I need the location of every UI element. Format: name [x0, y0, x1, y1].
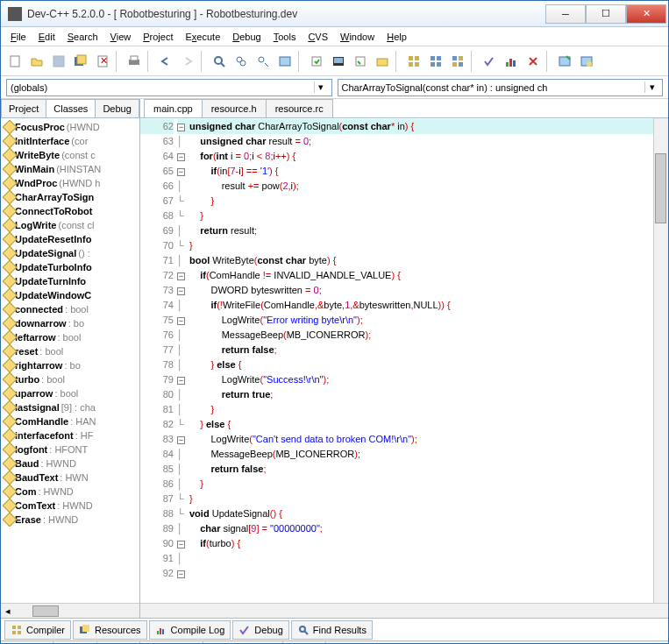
menu-cvs[interactable]: CVS	[302, 29, 334, 45]
compile-run-icon[interactable]	[350, 51, 371, 72]
maximize-button[interactable]: ☐	[586, 4, 626, 24]
svg-rect-26	[437, 62, 441, 67]
class-item[interactable]: Com : HWND	[3, 485, 138, 499]
class-item[interactable]: Baud : HWND	[3, 456, 138, 471]
class-item[interactable]: logfont : HFONT	[3, 442, 138, 456]
svg-rect-33	[513, 60, 516, 67]
svg-rect-44	[160, 628, 161, 634]
class-item[interactable]: interfacefont : HF	[3, 428, 138, 442]
left-tab-project[interactable]: Project	[1, 99, 46, 117]
menu-tools[interactable]: Tools	[267, 29, 302, 45]
file-tab[interactable]: resource.rc	[266, 99, 333, 117]
bottom-tab-compiler[interactable]: Compiler	[4, 620, 71, 640]
menu-edit[interactable]: Edit	[32, 29, 61, 45]
save-icon[interactable]	[48, 51, 69, 72]
options-icon[interactable]	[576, 51, 597, 72]
class-item[interactable]: UpdateTurnInfo	[3, 274, 138, 288]
class-item[interactable]: UpdateResetInfo	[3, 232, 138, 246]
class-list[interactable]: FocusProc (HWNDInitInterface (corWriteBy…	[1, 118, 139, 603]
chevron-down-icon: ▾	[314, 81, 328, 93]
menu-execute[interactable]: Execute	[180, 29, 227, 45]
class-item[interactable]: FocusProc (HWND	[3, 120, 138, 134]
bottom-tab-resources[interactable]: Resources	[73, 620, 147, 640]
bottom-tab-find-results[interactable]: Find Results	[291, 620, 373, 640]
left-tab-debug[interactable]: Debug	[95, 99, 139, 117]
grid1-icon[interactable]	[403, 51, 424, 72]
menu-project[interactable]: Project	[137, 29, 179, 45]
grid3-icon[interactable]	[447, 51, 468, 72]
class-item[interactable]: rightarrow : bo	[3, 358, 138, 372]
svg-rect-25	[431, 62, 435, 67]
code-area[interactable]: 6263646566676869707172737475767778798081…	[140, 118, 668, 603]
class-item[interactable]: turbo : bool	[3, 372, 138, 386]
function-dropdown[interactable]: CharArrayToSignal(const char* in) : unsi…	[338, 79, 664, 96]
open-icon[interactable]	[26, 51, 47, 72]
goto-icon[interactable]	[274, 51, 295, 72]
bottom-tabs: CompilerResourcesCompile LogDebugFind Re…	[1, 618, 668, 640]
run-icon[interactable]	[328, 51, 349, 72]
compile-icon[interactable]	[306, 51, 327, 72]
undo-icon[interactable]	[155, 51, 176, 72]
debug-check-icon[interactable]	[479, 51, 500, 72]
class-item[interactable]: UpdateSignal () :	[3, 246, 138, 260]
left-tab-classes[interactable]: Classes	[46, 99, 96, 117]
class-item[interactable]: Erase : HWND	[3, 513, 138, 527]
svg-rect-3	[77, 55, 86, 64]
delete-icon[interactable]	[523, 51, 544, 72]
class-item[interactable]: leftarrow : bool	[3, 330, 138, 344]
menu-help[interactable]: Help	[381, 29, 413, 45]
rebuild-icon[interactable]	[372, 51, 393, 72]
class-item[interactable]: WndProc (HWND h	[3, 176, 138, 190]
h-scrollbar[interactable]	[140, 603, 668, 618]
bottom-tab-compile-log[interactable]: Compile Log	[149, 620, 231, 640]
class-item[interactable]: UpdateWindowC	[3, 288, 138, 302]
v-scrollbar[interactable]	[653, 118, 668, 603]
class-item[interactable]: lastsignal [9] : cha	[3, 400, 138, 414]
bottom-tab-debug[interactable]: Debug	[232, 620, 288, 640]
new-icon[interactable]	[4, 51, 25, 72]
class-item[interactable]: reset : bool	[3, 344, 138, 358]
svg-rect-22	[415, 62, 419, 67]
menu-view[interactable]: View	[104, 29, 138, 45]
save-all-icon[interactable]	[70, 51, 91, 72]
close-file-icon[interactable]: ✕	[92, 51, 113, 72]
scope-dropdown[interactable]: (globals)▾	[6, 79, 332, 96]
file-tab[interactable]: main.cpp	[144, 99, 203, 117]
svg-point-36	[587, 61, 592, 67]
chevron-down-icon: ▾	[644, 81, 658, 93]
class-item[interactable]: WriteByte (const c	[3, 148, 138, 162]
menu-window[interactable]: Window	[334, 29, 381, 45]
redo-icon[interactable]	[177, 51, 198, 72]
grid2-icon[interactable]	[425, 51, 446, 72]
class-item[interactable]: CharArrayToSign	[3, 190, 138, 204]
class-item[interactable]: connected : bool	[3, 302, 138, 316]
find-next-icon[interactable]	[253, 51, 274, 72]
menu-file[interactable]: File	[4, 29, 32, 45]
class-item[interactable]: uparrow : bool	[3, 386, 138, 400]
class-item[interactable]: UpdateTurboInfo	[3, 260, 138, 274]
class-item[interactable]: ComHandle : HAN	[3, 414, 138, 428]
svg-rect-21	[409, 62, 413, 67]
class-item[interactable]: BaudText : HWN	[3, 471, 138, 485]
dropdown-row: (globals)▾ CharArrayToSignal(const char*…	[1, 76, 668, 99]
profile-icon[interactable]	[501, 51, 522, 72]
class-item[interactable]: WinMain (HINSTAN	[3, 162, 138, 176]
class-item[interactable]: downarrow : bo	[3, 316, 138, 330]
new-window-icon[interactable]	[554, 51, 575, 72]
class-item[interactable]: LogWrite (const cl	[3, 218, 138, 232]
h-scrollbar[interactable]: ◂	[1, 603, 139, 618]
close-button[interactable]: ✕	[626, 4, 666, 24]
find-icon[interactable]	[209, 51, 230, 72]
class-item[interactable]: ConnectToRobot	[3, 204, 138, 218]
minimize-button[interactable]: ─	[545, 4, 586, 24]
menu-search[interactable]: Search	[61, 29, 104, 45]
replace-icon[interactable]	[231, 51, 252, 72]
fold-column[interactable]: −│−−│└└│└│−−│−│││−││└−│││└└│−│−	[177, 118, 189, 603]
file-tab[interactable]: resource.h	[202, 99, 267, 117]
menu-debug[interactable]: Debug	[226, 29, 267, 45]
print-icon[interactable]	[124, 51, 145, 72]
svg-rect-43	[157, 631, 159, 634]
code-content[interactable]: unsigned char CharArrayToSignal(const ch…	[189, 118, 653, 603]
class-item[interactable]: InitInterface (cor	[3, 134, 138, 148]
class-item[interactable]: ComText : HWND	[3, 499, 138, 513]
